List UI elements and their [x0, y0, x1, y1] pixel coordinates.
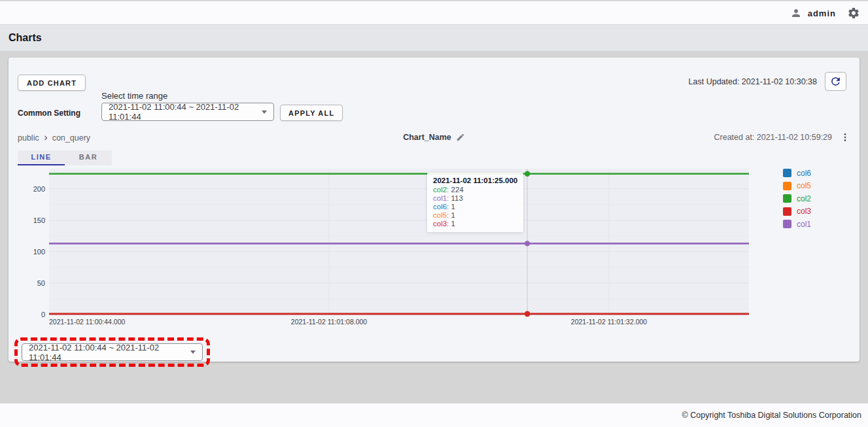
tooltip-row: col6: 1 [433, 203, 517, 211]
copyright-text: © Copyright Toshiba Digital Solutions Co… [682, 411, 861, 420]
y-tick-label: 0 [41, 311, 45, 318]
chart-time-range-dropdown[interactable]: 2021-11-02 11:00:44 ~ 2021-11-02 11:01:4… [22, 343, 203, 361]
legend-label: col2 [797, 194, 811, 203]
hover-point-col1 [525, 241, 530, 246]
legend-label: col6 [797, 169, 811, 178]
chart-legend: col6col5col2col3col1 [783, 167, 811, 231]
legend-item-col6[interactable]: col6 [783, 167, 811, 180]
line-chart: 0501001502002021-11-02 11:00:44.0002021-… [9, 167, 859, 330]
created-at-text: Created at: 2021-11-02 10:59:29 [714, 133, 832, 142]
tooltip-row: col2: 224 [433, 186, 517, 194]
chart-name: Chart_Name [403, 133, 451, 142]
common-time-range-value: 2021-11-02 11:00:44 ~ 2021-11-02 11:01:4… [109, 102, 256, 122]
chart-time-range-value: 2021-11-02 11:00:44 ~ 2021-11-02 11:01:4… [29, 343, 185, 362]
user-icon [790, 7, 802, 19]
red-dashed-annotation: 2021-11-02 11:00:44 ~ 2021-11-02 11:01:4… [14, 337, 210, 367]
breadcrumb-query: con_query [52, 133, 90, 143]
breadcrumb-schema: public [18, 133, 39, 143]
chevron-right-icon [41, 133, 50, 143]
settings-gear-icon[interactable] [847, 7, 860, 20]
last-updated-text: Last Updated: 2021-11-02 10:30:38 [689, 77, 817, 86]
refresh-button[interactable] [825, 72, 846, 91]
hover-point-col3 [525, 311, 530, 316]
legend-swatch-col6 [783, 169, 791, 177]
breadcrumb: public con_query [18, 133, 90, 143]
legend-label: col3 [797, 207, 811, 216]
page-header: Charts [0, 25, 868, 51]
legend-swatch-col1 [783, 220, 791, 228]
chart-menu-kebab-icon[interactable] [839, 131, 852, 143]
chart-tooltip: 2021-11-02 11:01:25.000 col2: 224 col1: … [427, 173, 523, 232]
topbar: admin [0, 0, 868, 25]
legend-swatch-col5 [783, 182, 791, 190]
y-tick-label: 150 [33, 216, 45, 224]
select-time-range-label: Select time range [101, 91, 167, 101]
legend-item-col5[interactable]: col5 [783, 180, 811, 193]
footer: © Copyright Toshiba Digital Solutions Co… [0, 403, 868, 427]
legend-swatch-col3 [783, 207, 791, 216]
tooltip-row: col3: 1 [433, 220, 517, 228]
legend-label: col1 [797, 220, 811, 229]
charts-panel: ADD CHART Select time range Common Setti… [9, 58, 859, 362]
charts-page: admin Charts ADD CHART Select time range… [0, 0, 868, 427]
user-menu[interactable]: admin [790, 7, 836, 19]
legend-item-col3[interactable]: col3 [783, 205, 811, 218]
dropdown-caret-icon [262, 111, 267, 114]
common-setting-label: Common Setting [18, 109, 80, 118]
tooltip-timestamp: 2021-11-02 11:01:25.000 [433, 176, 517, 185]
hover-point-col2 [525, 171, 530, 176]
tooltip-row: col1: 113 [433, 194, 517, 203]
page-title: Charts [9, 32, 42, 44]
username: admin [808, 9, 836, 18]
legend-item-col1[interactable]: col1 [783, 218, 811, 231]
apply-all-button[interactable]: APPLY ALL [280, 105, 343, 121]
legend-swatch-col2 [783, 194, 791, 203]
common-time-range-dropdown[interactable]: 2021-11-02 11:00:44 ~ 2021-11-02 11:01:4… [101, 103, 274, 121]
legend-label: col5 [797, 181, 811, 190]
x-tick-label: 2021-11-02 11:01:32.000 [571, 318, 648, 326]
edit-chart-name-icon[interactable] [456, 133, 465, 142]
tab-bar[interactable]: BAR [65, 150, 112, 165]
x-tick-label: 2021-11-02 11:00:44.000 [49, 318, 126, 326]
legend-item-col2[interactable]: col2 [783, 192, 811, 205]
dropdown-caret-icon [190, 350, 196, 354]
add-chart-button[interactable]: ADD CHART [18, 75, 86, 91]
tooltip-row: col5: 1 [433, 211, 517, 220]
tab-line[interactable]: LINE [18, 150, 65, 165]
y-tick-label: 50 [37, 279, 45, 287]
chart-type-tabs: LINE BAR [18, 150, 112, 165]
plot-background [49, 169, 749, 315]
y-tick-label: 100 [33, 248, 45, 256]
y-tick-label: 200 [33, 185, 45, 193]
x-tick-label: 2021-11-02 11:01:08.000 [291, 318, 368, 326]
